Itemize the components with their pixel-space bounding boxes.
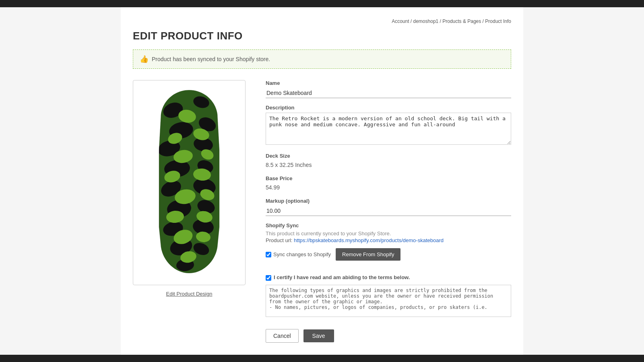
product-image-box: DEMO DECK: [133, 80, 246, 285]
action-buttons: Cancel Save: [266, 329, 511, 343]
product-image-section: DEMO DECK Edit Product Design: [133, 80, 246, 297]
save-button[interactable]: Save: [303, 329, 334, 342]
markup-label: Markup (optional): [266, 198, 511, 204]
description-textarea[interactable]: The Retro Rocket is a modern version of …: [266, 113, 511, 145]
main-container: Account / demoshop1 / Products & Pages /…: [121, 7, 523, 362]
base-price-label: Base Price: [266, 175, 511, 181]
skateboard-image: DEMO DECK: [145, 86, 233, 279]
page-title: EDIT PRODUCT INFO: [133, 30, 511, 42]
certify-row: I certify I have read and am abiding to …: [266, 274, 511, 281]
breadcrumb: Account / demoshop1 / Products & Pages /…: [133, 15, 511, 26]
base-price-value: 54.99: [266, 183, 511, 191]
content-area: DEMO DECK Edit Product Design Name Descr…: [133, 80, 511, 343]
shopify-url-label: Product url:: [266, 237, 292, 243]
deck-size-group: Deck Size 8.5 x 32.25 Inches: [266, 153, 511, 169]
sync-checkbox-label[interactable]: Sync changes to Shopify: [266, 251, 331, 257]
name-group: Name: [266, 80, 511, 98]
cancel-button[interactable]: Cancel: [266, 329, 299, 343]
markup-group: Markup (optional): [266, 198, 511, 216]
sync-notice-text: Product has been synced to your Shopify …: [152, 56, 270, 62]
top-bar: [0, 0, 644, 7]
remove-from-shopify-button[interactable]: Remove From Shopify: [336, 248, 400, 261]
shopify-url-link[interactable]: https://bpskateboards.myshopify.com/prod…: [294, 237, 444, 243]
description-label: Description: [266, 105, 511, 111]
sync-checkbox-text: Sync changes to Shopify: [273, 251, 331, 257]
sync-checkbox[interactable]: [266, 252, 271, 257]
sync-row: Sync changes to Shopify Remove From Shop…: [266, 248, 511, 261]
certify-label: I certify I have read and am abiding to …: [274, 274, 410, 280]
markup-input[interactable]: [266, 206, 511, 216]
terms-textarea[interactable]: The following types of graphics and imag…: [266, 285, 511, 317]
name-input[interactable]: [266, 88, 511, 98]
bottom-bar: [0, 355, 644, 362]
base-price-group: Base Price 54.99: [266, 175, 511, 191]
sync-icon: 👍: [140, 55, 149, 64]
certify-checkbox[interactable]: [266, 275, 271, 281]
deck-size-label: Deck Size: [266, 153, 511, 159]
shopify-synced-text: This product is currently synced to your…: [266, 230, 511, 237]
shopify-sync-label: Shopify Sync: [266, 222, 511, 228]
shopify-url-container: Product url: https://bpskateboards.mysho…: [266, 237, 511, 243]
edit-design-link[interactable]: Edit Product Design: [166, 291, 213, 297]
sync-notice: 👍 Product has been synced to your Shopif…: [133, 49, 511, 69]
deck-size-value: 8.5 x 32.25 Inches: [266, 161, 511, 169]
name-label: Name: [266, 80, 511, 86]
shopify-sync-group: Shopify Sync This product is currently s…: [266, 222, 511, 268]
form-section: Name Description The Retro Rocket is a m…: [266, 80, 511, 343]
description-group: Description The Retro Rocket is a modern…: [266, 105, 511, 146]
